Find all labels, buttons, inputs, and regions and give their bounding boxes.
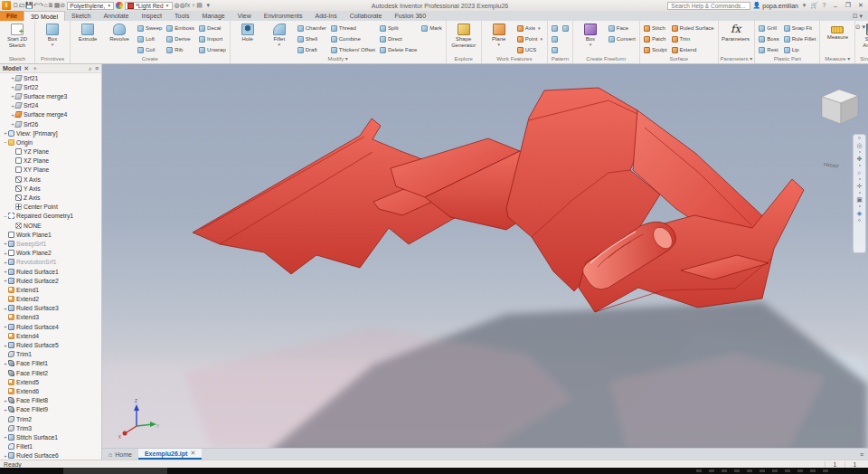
- navbar-dropdown-dot[interactable]: [859, 205, 861, 207]
- chamfer-button[interactable]: Chamfer: [296, 23, 328, 33]
- point-button[interactable]: Point▼: [515, 33, 545, 44]
- clear-screen-icon[interactable]: ⊘: [60, 2, 65, 8]
- close-button[interactable]: ✕: [855, 2, 866, 9]
- tree-item-ruled-surface6[interactable]: +Ruled Surface6: [0, 451, 101, 460]
- tree-item-sweepsrf1[interactable]: +SweepSrf1: [0, 239, 101, 248]
- tree-item-view-primary[interactable]: +View: [Primary]: [0, 128, 101, 137]
- sketch-driven-pattern[interactable]: [550, 44, 560, 55]
- tree-item-yz-plane[interactable]: YZ Plane: [0, 147, 101, 156]
- tree-item-face-fillet2[interactable]: Face Fillet2: [0, 368, 101, 377]
- view-block-icon[interactable]: ▤: [196, 2, 203, 8]
- tree-item-ruled-surface1[interactable]: +Ruled Surface1: [0, 267, 101, 276]
- tree-item-srf26[interactable]: +Srf26: [0, 119, 101, 128]
- box-button[interactable]: Box▼: [575, 22, 606, 47]
- tree-item-extend3[interactable]: Extend3: [0, 313, 101, 322]
- tree-item-trim1[interactable]: Trim1: [0, 350, 101, 359]
- tab-tools[interactable]: Tools: [168, 11, 195, 21]
- tree-item-revolutionsrf1[interactable]: +RevolutionSrf1: [0, 258, 101, 267]
- tree-item-srf21[interactable]: +Srf21: [0, 73, 101, 82]
- combine-button[interactable]: Combine: [329, 33, 377, 44]
- qat-customize-icon[interactable]: ▾: [204, 1, 212, 10]
- tree-item-extend6[interactable]: Extend6: [0, 386, 101, 395]
- emboss-button[interactable]: Emboss: [165, 23, 196, 33]
- user-avatar-icon[interactable]: 👤: [752, 1, 760, 10]
- boss-button[interactable]: Boss: [757, 33, 780, 44]
- tree-item-surface-merge4[interactable]: +Surface merge4: [0, 110, 101, 119]
- unwrap-button[interactable]: Unwrap: [197, 44, 228, 55]
- ribbon-group-label-modify[interactable]: Modify ▾: [231, 55, 446, 63]
- search-input[interactable]: [671, 3, 747, 9]
- browser-tab-model[interactable]: Model: [3, 65, 21, 71]
- ruled-surface-button[interactable]: Ruled Surface: [670, 23, 716, 33]
- tree-item-trim3[interactable]: Trim3: [0, 423, 101, 432]
- save-icon[interactable]: 💾: [25, 2, 33, 8]
- tree-item-extend5[interactable]: Extend5: [0, 377, 101, 386]
- tree-item-ruled-surface3[interactable]: +Ruled Surface3: [0, 304, 101, 313]
- taskbar-app-segment[interactable]: [63, 468, 167, 474]
- tree-item-xz-plane[interactable]: XZ Plane: [0, 156, 101, 166]
- sweep-button[interactable]: Sweep: [136, 23, 164, 33]
- user-name[interactable]: popa.emilian: [762, 3, 798, 9]
- tree-item-extend4[interactable]: Extend4: [0, 331, 101, 340]
- orbit-icon[interactable]: ✛: [854, 181, 864, 191]
- trim-button[interactable]: Trim: [670, 33, 716, 44]
- navbar-end-handle-icon[interactable]: [858, 219, 861, 222]
- tree-item-srf24[interactable]: +Srf24: [0, 101, 101, 110]
- axis-button[interactable]: Axis▼: [515, 23, 545, 33]
- cart-icon[interactable]: 🛒: [810, 1, 818, 10]
- convert-button[interactable]: Convert: [607, 33, 637, 44]
- draft-button[interactable]: Draft: [296, 44, 328, 55]
- navbar-dropdown-dot[interactable]: [859, 178, 861, 180]
- tab-annotate[interactable]: Annotate: [97, 11, 135, 21]
- rest-button[interactable]: Rest: [757, 44, 780, 55]
- thread-button[interactable]: Thread: [329, 23, 377, 33]
- browser-add-tab-icon[interactable]: ＋: [32, 64, 38, 73]
- delete-face-button[interactable]: Delete Face: [378, 44, 419, 55]
- tree-item-z-axis[interactable]: Z Axis: [0, 193, 101, 202]
- tab-manage[interactable]: Manage: [195, 11, 231, 21]
- mirror[interactable]: [561, 23, 571, 33]
- ribbon-appearance-toggle-icon[interactable]: ⊡ ▾: [853, 11, 868, 21]
- decal-button[interactable]: Decal: [197, 23, 228, 33]
- box-button[interactable]: Box▼: [37, 22, 68, 47]
- parameters-button[interactable]: fxParameters: [721, 22, 751, 43]
- 3d-viewport[interactable]: FRONT Z Y X ◎✥⌕✛▣◈: [102, 64, 868, 448]
- plane-button[interactable]: Plane▼: [484, 22, 514, 47]
- ribbon-group-label-measure[interactable]: Measure ▾: [820, 55, 854, 63]
- user-menu-chevron-icon[interactable]: ▾: [800, 1, 808, 10]
- inventor-logo-icon[interactable]: I: [2, 1, 11, 10]
- shape-generator-button[interactable]: Shape Generator: [448, 22, 479, 48]
- tab-inspect[interactable]: Inspect: [135, 11, 168, 21]
- tree-item-ruled-surface2[interactable]: +Ruled Surface2: [0, 276, 101, 285]
- zoom-icon[interactable]: ⌕: [854, 167, 864, 177]
- coil-button[interactable]: Coil: [136, 44, 164, 55]
- loft-button[interactable]: Loft: [136, 33, 164, 44]
- help-icon[interactable]: ?: [820, 1, 828, 10]
- material-dropdown[interactable]: Polyethylene,▼: [67, 2, 114, 10]
- tree-item-face-fillet8[interactable]: +Face Fillet8: [0, 396, 101, 405]
- mark-button[interactable]: Mark: [420, 23, 443, 33]
- lip-button[interactable]: Lip: [782, 44, 818, 55]
- tab-list-menu-icon[interactable]: ≡: [860, 451, 863, 458]
- thicken-offset-button[interactable]: Thicken/ Offset: [329, 44, 377, 55]
- tree-item-xy-plane[interactable]: XY Plane: [0, 166, 101, 175]
- ucs-button[interactable]: UCS: [515, 44, 545, 55]
- tree-item-x-axis[interactable]: X Axis: [0, 175, 101, 184]
- direct-button[interactable]: Direct: [378, 33, 419, 44]
- tab-3d-model[interactable]: 3D Model: [24, 11, 65, 21]
- extrude-button[interactable]: Extrude: [72, 22, 103, 43]
- tree-item-origin[interactable]: −Origin: [0, 137, 101, 147]
- extend-button[interactable]: Extend: [670, 44, 716, 55]
- tab-view[interactable]: View: [231, 11, 258, 21]
- navigation-wheel-icon[interactable]: ◎: [854, 140, 864, 150]
- revolve-button[interactable]: Revolve: [104, 22, 135, 43]
- ribbon-display-options-icon[interactable]: ⊙ ▾: [855, 24, 865, 31]
- tree-item-none[interactable]: NONE: [0, 221, 101, 230]
- open-icon[interactable]: 🗁: [19, 2, 25, 8]
- tree-item-srf22[interactable]: +Srf22: [0, 82, 101, 91]
- look-at-icon[interactable]: ▣: [854, 194, 864, 204]
- restore-button[interactable]: ❐: [843, 2, 854, 9]
- browser-close-icon[interactable]: ✕: [24, 65, 29, 72]
- tree-item-extend1[interactable]: Extend1: [0, 285, 101, 294]
- shell-button[interactable]: Shell: [296, 33, 328, 44]
